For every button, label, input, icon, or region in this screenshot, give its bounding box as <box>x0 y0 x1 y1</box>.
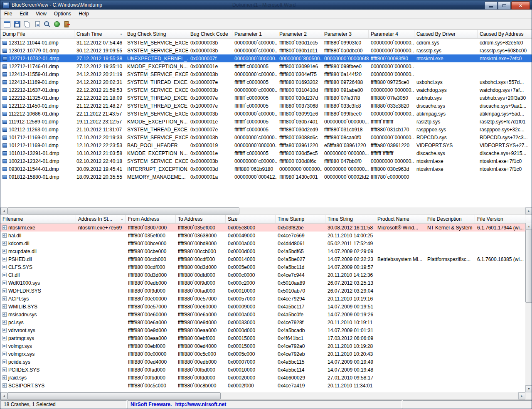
scrollbar-thumb[interactable] <box>7 392 221 399</box>
scrollbar-thumb[interactable] <box>7 207 239 214</box>
crash-row[interactable]: 101012-13291-01.dmp10.10.2012 21:03:58KM… <box>0 149 532 157</box>
module-row[interactable]: ntoskrnl.exentoskrnl.exe+7e569fffff800`0… <box>0 224 532 232</box>
column-header-parameter-3[interactable]: Parameter 3 <box>322 30 369 38</box>
size-cell: 0x0005e000 <box>226 263 276 271</box>
scrollbar-thumb[interactable] <box>525 230 532 303</box>
crash-row[interactable]: 122412-11169-01.dmp24.12.2012 20:02:31SY… <box>0 78 532 86</box>
module-row[interactable]: Wdf01000.sysfffff880`00edb000fffff880`00… <box>0 279 532 287</box>
close-button[interactable]: × <box>511 1 530 10</box>
menu-help[interactable]: Help <box>75 10 93 18</box>
scroll-down-arrow-icon[interactable]: ▼ <box>525 385 532 392</box>
cell-text: 0x4a5bc115 <box>278 359 305 365</box>
module-row[interactable]: pciide.sysfffff880`00ed4000fffff880`00ed… <box>0 358 532 366</box>
module-row[interactable]: WMILIB.SYSfffff880`00e57000fffff880`00e6… <box>0 303 532 310</box>
column-header-parameter-4[interactable]: Parameter 4 <box>369 30 414 38</box>
module-row[interactable]: volmgr.sysfffff880`00ebf000fffff880`00ed… <box>0 342 532 350</box>
column-header-from-address[interactable]: From Address <box>126 215 176 223</box>
module-row[interactable]: kdcom.dllfffff800`00bce000fffff800`00bd8… <box>0 239 532 247</box>
module-row[interactable]: CI.dllfffff880`00d3d000fffff880`00dfd000… <box>0 271 532 279</box>
cell-text: fffff800`030d237d <box>279 95 318 101</box>
save-report-button[interactable] <box>12 20 22 29</box>
from-address-cell: fffff880`00e57000 <box>126 303 176 310</box>
scroll-left-arrow-icon[interactable]: ◄ <box>0 392 7 399</box>
crash-row[interactable]: 093012-11544-01.dmp30.09.2012 19:45:41IN… <box>0 165 532 173</box>
menu-options[interactable]: Options <box>50 10 75 18</box>
column-header-caused-by-address[interactable]: Caused By Address <box>478 30 532 38</box>
crash-row[interactable]: 123012-10779-01.dmp30.12.2012 19:09:55SY… <box>0 47 532 54</box>
module-row[interactable]: PSHED.dllfffff880`00ccb000fffff880`00cdf… <box>0 255 532 263</box>
cell-text: 0x4a5bc11d <box>278 264 305 270</box>
nirsoft-link[interactable]: http://www.nirsoft.net <box>175 402 226 407</box>
maximize-button[interactable] <box>498 1 511 10</box>
product-name-cell <box>375 310 425 318</box>
module-row[interactable]: volmgrx.sysfffff880`00c00000fffff880`00c… <box>0 350 532 358</box>
crash-row[interactable]: 122112-11450-01.dmp21.12.2012 21:48:27SY… <box>0 102 532 110</box>
bug-check-string-cell: UNEXPECTED_KERNEL_... <box>125 54 188 62</box>
column-header-size[interactable]: Size <box>226 215 276 223</box>
menu-file[interactable]: File <box>0 10 16 18</box>
column-header-product-name[interactable]: Product Name <box>375 215 425 223</box>
crash-row[interactable]: 101712-11169-01.dmp17.10.2012 20:19:33SY… <box>0 133 532 141</box>
module-row[interactable]: PCIIDEX.SYSfffff880`00fad000fffff880`00f… <box>0 366 532 374</box>
crash-row[interactable]: 122412-11559-01.dmp24.12.2012 20:21:19SY… <box>0 70 532 78</box>
minimize-button[interactable] <box>485 1 498 10</box>
cell-text: 14.07.2009 00:19:57 <box>328 264 373 270</box>
module-row[interactable]: jraid.sysfffff880`00fbd000fffff880`00fdd… <box>0 374 532 382</box>
advanced-options-button[interactable] <box>52 20 62 29</box>
module-row[interactable]: partmgr.sysfffff880`00eaa000fffff880`00e… <box>0 334 532 342</box>
column-header-file-description[interactable]: File Description <box>425 215 475 223</box>
column-header-parameter-1[interactable]: Parameter 1 <box>232 30 277 38</box>
column-header-filename[interactable]: Filename <box>0 215 76 223</box>
scroll-right-arrow-icon[interactable]: ► <box>518 392 525 399</box>
crash-row[interactable]: 102112-11263-01.dmp21.10.2012 11:31:07SY… <box>0 126 532 133</box>
module-row[interactable]: pci.sysfffff880`00e6a000fffff880`00e9d00… <box>0 318 532 326</box>
crash-row[interactable]: 112212-10686-01.dmp22.11.2012 21:43:57SY… <box>0 110 532 118</box>
module-row[interactable]: mcupdate.dllfffff880`00cbe000fffff880`00… <box>0 247 532 255</box>
module-row[interactable]: msisadrv.sysfffff880`00e60000fffff880`00… <box>0 310 532 318</box>
module-row[interactable]: hal.dllfffff800`035ef000fffff800`0363800… <box>0 232 532 239</box>
module-row[interactable]: CLFS.SYSfffff880`00cdf000fffff880`00d3d0… <box>0 263 532 271</box>
module-row[interactable]: ACPI.sysfffff880`00e00000fffff880`00e570… <box>0 295 532 303</box>
bug-check-code-cell: 0x0000001e <box>188 62 232 70</box>
properties-button[interactable] <box>32 20 42 29</box>
crash-pane-horizontal-scrollbar[interactable]: ◄ ► <box>0 207 532 214</box>
exit-button[interactable] <box>62 20 72 29</box>
crash-row[interactable]: 123112-11044-01.dmp31.12.2012 07:54:46SY… <box>0 39 532 47</box>
column-header-parameter-2[interactable]: Parameter 2 <box>277 30 322 38</box>
crash-row[interactable]: 122712-10732-01.dmp27.12.2012 19:55:38UN… <box>0 54 532 62</box>
module-pane-horizontal-scrollbar[interactable]: ◄ ► <box>0 392 525 399</box>
menu-edit[interactable]: Edit <box>16 10 32 18</box>
crash-row[interactable]: 122212-11637-01.dmp22.12.2012 21:59:53SY… <box>0 86 532 94</box>
column-header-time-stamp[interactable]: Time Stamp <box>276 215 325 223</box>
crash-row[interactable]: 122212-11325-01.dmp22.12.2012 21:18:09SY… <box>0 94 532 102</box>
column-header-bug-check-code[interactable]: Bug Check Code <box>188 30 232 38</box>
column-header-address-in-st[interactable]: Address In St...▲ <box>76 215 126 223</box>
column-header-to-address[interactable]: To Address <box>176 215 226 223</box>
module-row[interactable]: vdrvroot.sysfffff880`00e9d000fffff880`00… <box>0 326 532 334</box>
product-name-cell <box>375 326 425 334</box>
module-row[interactable]: SCSIPORT.SYSfffff880`00c5c000fffff880`00… <box>0 382 532 389</box>
column-header-time-string[interactable]: Time String <box>325 215 375 223</box>
column-header-dump-file[interactable]: Dump File <box>0 30 74 38</box>
crash-row[interactable]: 111912-12589-01.dmp19.11.2012 23:12:57KM… <box>0 118 532 126</box>
crash-row[interactable]: 091812-15880-01.dmp18.09.2012 20:35:55ME… <box>0 173 532 181</box>
column-header-crash-time[interactable]: Crash Time▼ <box>74 30 125 38</box>
module-row[interactable]: WDFLDR.SYSfffff880`00f9d000fffff880`00fa… <box>0 287 532 295</box>
crash-row[interactable]: 122712-11746-01.dmp27.12.2012 19:35:10KM… <box>0 62 532 70</box>
cell-text: fffff880`00f9d000 <box>178 280 215 286</box>
column-header-caused-by-driver[interactable]: Caused By Driver <box>414 30 478 38</box>
cell-text: fffff800`03638000 <box>178 233 217 239</box>
scroll-right-arrow-icon[interactable]: ► <box>525 207 532 214</box>
scroll-up-arrow-icon[interactable]: ▲ <box>525 223 532 230</box>
menu-view[interactable]: View <box>32 10 50 18</box>
module-pane-vertical-scrollbar[interactable]: ▲ ▼ <box>525 223 532 392</box>
column-header-bug-check-string[interactable]: Bug Check String <box>125 30 188 38</box>
column-header-file-version[interactable]: File Version <box>475 215 525 223</box>
copy-button[interactable] <box>22 20 32 29</box>
find-button[interactable] <box>42 20 52 29</box>
scroll-left-arrow-icon[interactable]: ◄ <box>0 207 7 214</box>
properties-window-button[interactable] <box>2 20 12 29</box>
title-bar[interactable]: BlueScreenView - C:\Windows\Minidump Dok… <box>0 0 532 10</box>
crash-row[interactable]: 101212-11169-01.dmp12.10.2012 22:23:53BA… <box>0 141 532 149</box>
crash-row[interactable]: 100212-12324-01.dmp02.10.2012 22:40:18SY… <box>0 157 532 165</box>
